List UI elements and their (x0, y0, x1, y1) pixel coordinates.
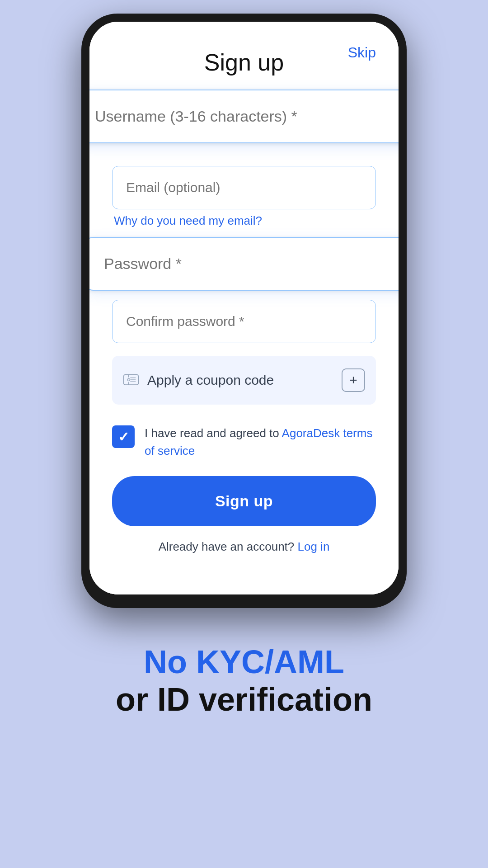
username-input[interactable] (89, 90, 399, 143)
page-title: Sign up (112, 49, 376, 76)
skip-button[interactable]: Skip (348, 44, 376, 61)
screen-content: Skip Sign up Why do you need my email? (89, 22, 399, 594)
svg-point-1 (127, 378, 130, 381)
coupon-icon (123, 372, 139, 389)
screen-top: Skip Sign up (89, 22, 399, 157)
terms-row: ✓ I have read and agreed to AgoraDesk te… (112, 425, 376, 460)
username-field-wrapper (89, 90, 399, 143)
password-field-wrapper (89, 237, 399, 291)
terms-text: I have read and agreed to AgoraDesk term… (145, 425, 376, 460)
email-input[interactable] (112, 166, 376, 209)
id-verify-text: or ID verification (116, 680, 372, 719)
coupon-row[interactable]: Apply a coupon code + (112, 356, 376, 405)
form-body: Why do you need my email? (89, 166, 399, 594)
bottom-section: No KYC/AML or ID verification (80, 608, 408, 746)
phone-shell: Skip Sign up Why do you need my email? (81, 14, 407, 608)
login-row: Already have an account? Log in (112, 540, 376, 572)
phone-screen: Skip Sign up Why do you need my email? (89, 22, 399, 594)
terms-checkbox[interactable]: ✓ (112, 425, 135, 448)
email-section: Why do you need my email? (112, 166, 376, 228)
no-kyc-text: No KYC/AML (116, 644, 372, 680)
email-why-link[interactable]: Why do you need my email? (114, 214, 376, 228)
confirm-password-input[interactable] (112, 300, 376, 343)
password-input[interactable] (89, 237, 399, 291)
checkmark-icon: ✓ (118, 429, 129, 445)
signup-button[interactable]: Sign up (112, 476, 376, 526)
coupon-label: Apply a coupon code (147, 373, 333, 388)
coupon-add-button[interactable]: + (342, 368, 365, 392)
login-link[interactable]: Log in (298, 540, 330, 553)
login-text: Already have an account? (159, 540, 295, 553)
